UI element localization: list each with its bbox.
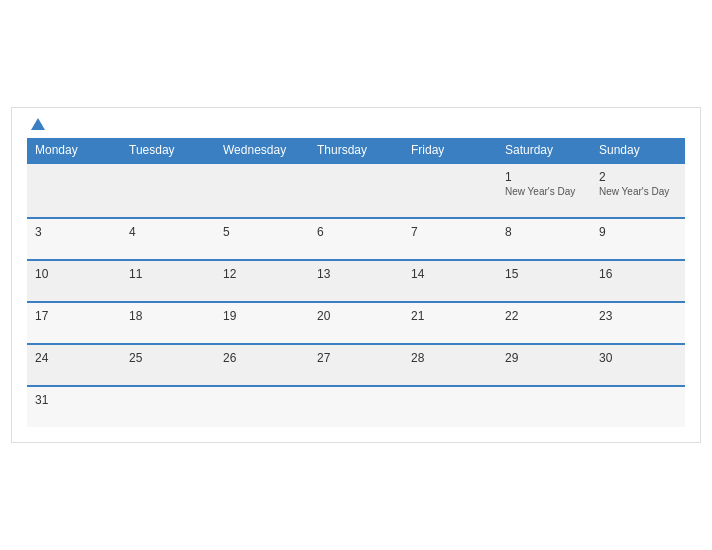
- day-number: 7: [411, 225, 489, 239]
- day-number: 3: [35, 225, 113, 239]
- calendar-cell: 7: [403, 218, 497, 260]
- calendar-cell: 9: [591, 218, 685, 260]
- calendar-cell: 21: [403, 302, 497, 344]
- day-number: 22: [505, 309, 583, 323]
- calendar-cell: [403, 386, 497, 427]
- calendar-cell: [309, 163, 403, 218]
- calendar-cell: [215, 386, 309, 427]
- calendar-week-row: 31: [27, 386, 685, 427]
- day-number: 1: [505, 170, 583, 184]
- day-number: 28: [411, 351, 489, 365]
- weekday-header: Saturday: [497, 138, 591, 163]
- calendar-cell: 30: [591, 344, 685, 386]
- calendar-tbody: 1New Year's Day2New Year's Day3456789101…: [27, 163, 685, 427]
- day-number: 2: [599, 170, 677, 184]
- calendar-cell: 31: [27, 386, 121, 427]
- day-number: 24: [35, 351, 113, 365]
- calendar-cell: 15: [497, 260, 591, 302]
- calendar-cell: 28: [403, 344, 497, 386]
- calendar-cell: 26: [215, 344, 309, 386]
- day-number: 13: [317, 267, 395, 281]
- calendar-cell: 16: [591, 260, 685, 302]
- day-number: 8: [505, 225, 583, 239]
- day-number: 25: [129, 351, 207, 365]
- calendar-cell: 29: [497, 344, 591, 386]
- calendar-thead: MondayTuesdayWednesdayThursdayFridaySatu…: [27, 138, 685, 163]
- day-number: 6: [317, 225, 395, 239]
- calendar-cell: 13: [309, 260, 403, 302]
- calendar-cell: 10: [27, 260, 121, 302]
- calendar-cell: [309, 386, 403, 427]
- day-number: 16: [599, 267, 677, 281]
- calendar-cell: 11: [121, 260, 215, 302]
- day-number: 27: [317, 351, 395, 365]
- weekday-header: Tuesday: [121, 138, 215, 163]
- weekday-header: Friday: [403, 138, 497, 163]
- calendar-week-row: 1New Year's Day2New Year's Day: [27, 163, 685, 218]
- holiday-name: New Year's Day: [599, 186, 677, 197]
- calendar-cell: 5: [215, 218, 309, 260]
- calendar-cell: 4: [121, 218, 215, 260]
- day-number: 9: [599, 225, 677, 239]
- day-number: 11: [129, 267, 207, 281]
- day-number: 18: [129, 309, 207, 323]
- day-number: 19: [223, 309, 301, 323]
- calendar-cell: 22: [497, 302, 591, 344]
- calendar-cell: [121, 386, 215, 427]
- weekday-header: Thursday: [309, 138, 403, 163]
- calendar-cell: 1New Year's Day: [497, 163, 591, 218]
- calendar-cell: 2New Year's Day: [591, 163, 685, 218]
- day-number: 4: [129, 225, 207, 239]
- weekday-header: Wednesday: [215, 138, 309, 163]
- calendar-wrapper: MondayTuesdayWednesdayThursdayFridaySatu…: [11, 107, 701, 443]
- day-number: 20: [317, 309, 395, 323]
- calendar-week-row: 17181920212223: [27, 302, 685, 344]
- calendar-week-row: 10111213141516: [27, 260, 685, 302]
- calendar-cell: 25: [121, 344, 215, 386]
- logo-triangle-icon: [31, 118, 45, 130]
- day-number: 30: [599, 351, 677, 365]
- holiday-name: New Year's Day: [505, 186, 583, 197]
- day-number: 29: [505, 351, 583, 365]
- calendar-table: MondayTuesdayWednesdayThursdayFridaySatu…: [27, 138, 685, 427]
- day-number: 17: [35, 309, 113, 323]
- calendar-cell: 24: [27, 344, 121, 386]
- calendar-cell: [497, 386, 591, 427]
- weekday-header: Monday: [27, 138, 121, 163]
- day-number: 5: [223, 225, 301, 239]
- calendar-cell: 18: [121, 302, 215, 344]
- day-number: 12: [223, 267, 301, 281]
- day-number: 14: [411, 267, 489, 281]
- calendar-cell: 27: [309, 344, 403, 386]
- calendar-cell: 23: [591, 302, 685, 344]
- day-number: 21: [411, 309, 489, 323]
- calendar-cell: [121, 163, 215, 218]
- calendar-cell: [27, 163, 121, 218]
- day-number: 10: [35, 267, 113, 281]
- calendar-cell: 20: [309, 302, 403, 344]
- day-number: 23: [599, 309, 677, 323]
- calendar-cell: 6: [309, 218, 403, 260]
- calendar-cell: 14: [403, 260, 497, 302]
- weekday-header-row: MondayTuesdayWednesdayThursdayFridaySatu…: [27, 138, 685, 163]
- calendar-week-row: 3456789: [27, 218, 685, 260]
- day-number: 15: [505, 267, 583, 281]
- calendar-cell: 8: [497, 218, 591, 260]
- calendar-cell: [403, 163, 497, 218]
- calendar-cell: 3: [27, 218, 121, 260]
- day-number: 26: [223, 351, 301, 365]
- calendar-header: [27, 118, 685, 130]
- calendar-cell: [215, 163, 309, 218]
- calendar-cell: 12: [215, 260, 309, 302]
- weekday-header: Sunday: [591, 138, 685, 163]
- calendar-cell: [591, 386, 685, 427]
- calendar-week-row: 24252627282930: [27, 344, 685, 386]
- logo-blue-text: [27, 118, 45, 130]
- calendar-cell: 17: [27, 302, 121, 344]
- calendar-cell: 19: [215, 302, 309, 344]
- logo: [27, 118, 45, 130]
- day-number: 31: [35, 393, 113, 407]
